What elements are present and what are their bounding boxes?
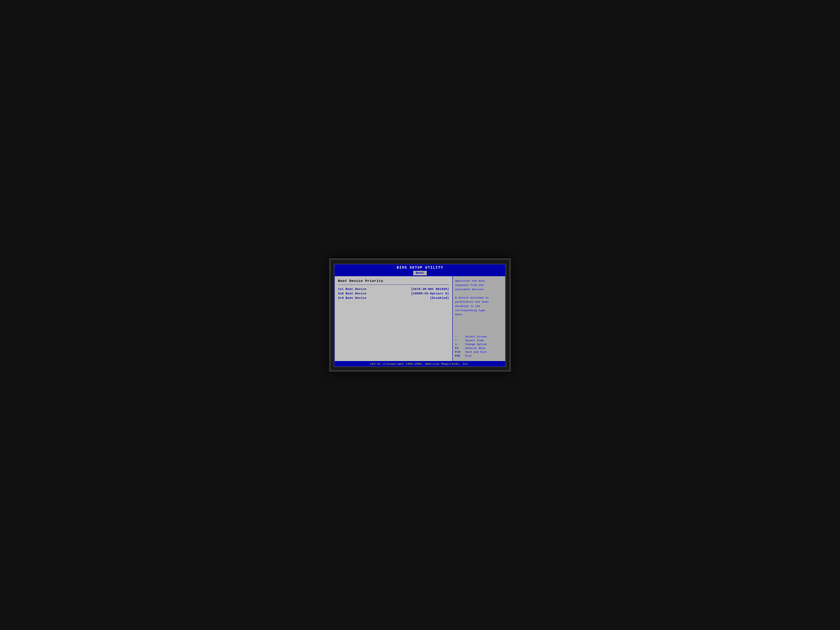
footer-bar: v02.61 (C)Copyright 1985-2009, American …: [335, 362, 505, 366]
boot-device-value-2: [CDROM:3S-Optiarc D]: [411, 292, 449, 295]
section-title: Boot Device Priority: [338, 279, 449, 283]
boot-device-value-1: [SATA:3M-WDC WD1600]: [411, 287, 449, 291]
help-text: Specifies the boot sequence from the ava…: [455, 279, 503, 317]
key-row-plusminus: +- Change Option: [455, 343, 503, 346]
help-line-7: corresponding type: [455, 309, 485, 312]
active-tab[interactable]: Boot: [413, 271, 427, 275]
key-updown-symbol: ↑↓: [455, 339, 465, 342]
help-line-8: menu.: [455, 313, 464, 316]
right-panel: Specifies the boot sequence from the ava…: [453, 276, 505, 361]
boot-device-label-1: 1st Boot Device: [338, 287, 366, 291]
boot-device-label-2: 2nd Boot Device: [338, 292, 366, 295]
boot-device-value-3: [Disabled]: [430, 297, 449, 300]
monitor-frame: BIOS SETUP UTILITY Boot Boot Device Prio…: [329, 258, 511, 372]
key-esc-symbol: ESC: [455, 354, 465, 357]
key-f1-desc: General Help: [465, 347, 485, 350]
help-line-5: parenthesis has been: [455, 300, 489, 303]
table-row[interactable]: 3rd Boot Device [Disabled]: [338, 297, 449, 300]
key-row-f10: F10 Save and Exit: [455, 351, 503, 354]
tab-bar: Boot: [335, 270, 505, 276]
key-f1-symbol: F1: [455, 347, 465, 350]
help-line-3: available devices.: [455, 288, 485, 291]
boot-items: 1st Boot Device [SATA:3M-WDC WD1600] 2nd…: [338, 287, 449, 300]
key-plusminus-desc: Change Option: [465, 343, 487, 346]
help-line-1: Specifies the boot: [455, 279, 485, 283]
help-line-4: A device enclosed in: [455, 296, 489, 299]
help-line-2: sequence from the: [455, 284, 483, 287]
key-f10-symbol: F10: [455, 351, 465, 354]
help-line-6: disabled in the: [455, 305, 480, 308]
left-panel: Boot Device Priority 1st Boot Device [SA…: [335, 276, 453, 361]
key-row-f1: F1 General Help: [455, 347, 503, 350]
key-arrows-desc: Select Screen: [465, 335, 487, 338]
table-row[interactable]: 1st Boot Device [SATA:3M-WDC WD1600]: [338, 287, 449, 291]
key-f10-desc: Save and Exit: [465, 351, 487, 354]
key-esc-desc: Exit: [465, 354, 472, 357]
key-updown-desc: Select Item: [465, 339, 483, 342]
content-area: Boot Device Priority 1st Boot Device [SA…: [335, 276, 505, 362]
section-divider: [338, 284, 449, 285]
key-row-updown: ↑↓ Select Item: [455, 339, 503, 342]
boot-device-label-3: 3rd Boot Device: [338, 297, 366, 300]
bios-screen: BIOS SETUP UTILITY Boot Boot Device Prio…: [334, 264, 506, 367]
bios-main-title: BIOS SETUP UTILITY: [335, 265, 505, 270]
table-row[interactable]: 2nd Boot Device [CDROM:3S-Optiarc D]: [338, 292, 449, 295]
key-row-arrows: ↔ Select Screen: [455, 335, 503, 338]
key-arrows-symbol: ↔: [455, 335, 465, 338]
keybindings: ↔ Select Screen ↑↓ Select Item +- Change…: [455, 335, 503, 358]
key-row-esc: ESC Exit: [455, 354, 503, 357]
title-bar: BIOS SETUP UTILITY Boot: [335, 264, 505, 276]
key-plusminus-symbol: +-: [455, 343, 465, 346]
